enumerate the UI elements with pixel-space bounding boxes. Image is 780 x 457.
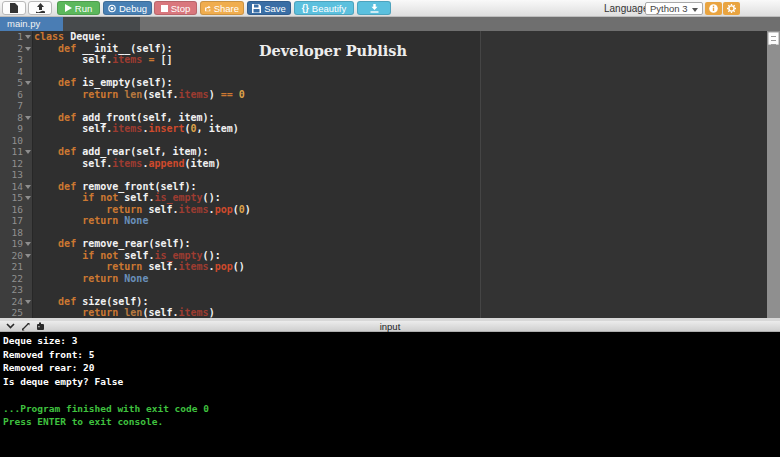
run-button-label: Run <box>75 2 92 15</box>
debug-button-label: Debug <box>119 2 147 15</box>
code-line[interactable]: def size(self): <box>34 296 766 308</box>
stop-button-label: Stop <box>171 2 191 15</box>
code-line[interactable]: return self.items.pop() <box>34 261 766 273</box>
code-line[interactable]: return self.items.pop(0) <box>34 204 766 216</box>
gutter-line-number[interactable]: 11 <box>0 146 32 158</box>
console-line: Is deque empty? False <box>3 375 780 389</box>
fold-arrow-icon[interactable] <box>25 35 31 39</box>
gutter-line-number[interactable]: 25 <box>0 307 32 319</box>
language-select-value: Python 3 <box>650 3 688 14</box>
code-line[interactable] <box>34 100 766 112</box>
gutter-line-number[interactable]: 15 <box>0 192 32 204</box>
code-line[interactable]: return None <box>34 215 766 227</box>
gutter-line-number[interactable]: 17 <box>0 215 32 227</box>
fold-arrow-icon[interactable] <box>25 150 31 154</box>
fold-arrow-icon[interactable] <box>25 47 31 51</box>
fold-arrow-icon[interactable] <box>25 254 31 258</box>
gutter-line-number[interactable]: 13 <box>0 169 32 181</box>
console-line: Deque size: 3 <box>3 334 780 348</box>
gutter-line-number[interactable]: 16 <box>0 204 32 216</box>
stop-button[interactable]: Stop <box>154 1 197 15</box>
code-line[interactable] <box>34 227 766 239</box>
gutter-line-number[interactable]: 7 <box>0 100 32 112</box>
code-line[interactable] <box>34 66 766 78</box>
toolbar: Run Debug Stop Share Save {} Beautify La… <box>0 0 780 17</box>
share-button[interactable]: Share <box>200 1 244 15</box>
language-select[interactable]: Python 3 <box>645 2 703 15</box>
code-line[interactable]: def add_front(self, item): <box>34 112 766 124</box>
gutter-line-number[interactable]: 12 <box>0 158 32 170</box>
fold-arrow-icon[interactable] <box>25 300 31 304</box>
gutter-line-number[interactable]: 4 <box>0 66 32 78</box>
share-button-label: Share <box>214 2 239 15</box>
code-line[interactable]: self.items.insert(0, item) <box>34 123 766 135</box>
run-button[interactable]: Run <box>57 1 100 15</box>
console-line: ...Program finished with exit code 0 <box>3 402 780 416</box>
gutter-line-number[interactable]: 21 <box>0 261 32 273</box>
debug-button[interactable]: Debug <box>103 1 152 15</box>
ide-window: Run Debug Stop Share Save {} Beautify La… <box>0 0 780 457</box>
gutter-line-number[interactable]: 18 <box>0 227 32 239</box>
code-line[interactable]: class Deque: <box>34 31 766 43</box>
console-line <box>3 388 780 402</box>
save-button[interactable]: Save <box>247 1 291 15</box>
gutter-line-number[interactable]: 20 <box>0 250 32 262</box>
gutter-line-number[interactable]: 3 <box>0 54 32 66</box>
code-line[interactable]: def add_rear(self, item): <box>34 146 766 158</box>
editor-scrollbar-thumb[interactable] <box>768 32 779 45</box>
code-line[interactable]: def remove_rear(self): <box>34 238 766 250</box>
console-header: input <box>0 321 780 332</box>
code-line[interactable]: return len(self.items) == 0 <box>34 89 766 101</box>
fold-arrow-icon[interactable] <box>25 242 31 246</box>
tab-bar: main.py <box>0 17 780 31</box>
gutter-line-number[interactable]: 9 <box>0 123 32 135</box>
upload-icon <box>36 3 45 13</box>
info-icon <box>709 4 718 13</box>
code-line[interactable] <box>34 169 766 181</box>
download-icon <box>370 4 379 13</box>
console-output[interactable]: Deque size: 3Removed front: 5Removed rea… <box>0 332 780 457</box>
debug-record-icon <box>108 4 116 13</box>
code-line[interactable]: return len(self.items) <box>34 307 766 318</box>
console-line: Removed front: 5 <box>3 348 780 362</box>
code-line[interactable]: def is_empty(self): <box>34 77 766 89</box>
gutter-line-number[interactable]: 23 <box>0 284 32 296</box>
editor-gutter[interactable]: 1234567891011121314151617181920212223242… <box>0 31 33 318</box>
fold-arrow-icon[interactable] <box>25 116 31 120</box>
fold-arrow-icon[interactable] <box>25 196 31 200</box>
gutter-line-number[interactable]: 6 <box>0 89 32 101</box>
code-line[interactable]: if not self.is_empty(): <box>34 192 766 204</box>
gutter-line-number[interactable]: 14 <box>0 181 32 193</box>
new-file-icon <box>10 3 18 13</box>
fold-arrow-icon[interactable] <box>25 81 31 85</box>
gutter-line-number[interactable]: 24 <box>0 296 32 308</box>
upload-button[interactable] <box>28 1 52 15</box>
fold-arrow-icon[interactable] <box>25 185 31 189</box>
code-line[interactable]: def remove_front(self): <box>34 181 766 193</box>
braces-icon: {} <box>302 2 309 15</box>
beautify-button[interactable]: {} Beautify <box>294 1 354 15</box>
gutter-line-number[interactable]: 2 <box>0 43 32 55</box>
gutter-line-number[interactable]: 19 <box>0 238 32 250</box>
gutter-line-number[interactable]: 5 <box>0 77 32 89</box>
tab-main-py[interactable]: main.py <box>0 17 63 31</box>
editor-scrollbar-track[interactable] <box>767 31 780 318</box>
code-line[interactable]: if not self.is_empty(): <box>34 250 766 262</box>
info-button[interactable] <box>705 2 722 15</box>
code-line[interactable]: self.items.append(item) <box>34 158 766 170</box>
code-line[interactable] <box>34 284 766 296</box>
code-editor[interactable]: 1234567891011121314151617181920212223242… <box>0 31 780 318</box>
gutter-line-number[interactable]: 1 <box>0 31 32 43</box>
new-file-button[interactable] <box>2 1 26 15</box>
code-line[interactable]: return None <box>34 273 766 285</box>
settings-button[interactable] <box>723 2 740 15</box>
gutter-line-number[interactable]: 10 <box>0 135 32 147</box>
gutter-line-number[interactable]: 8 <box>0 112 32 124</box>
code-line[interactable] <box>34 135 766 147</box>
share-icon <box>205 4 211 13</box>
console-input-label: input <box>0 321 780 332</box>
gutter-line-number[interactable]: 22 <box>0 273 32 285</box>
download-button[interactable] <box>357 1 391 15</box>
code-lines[interactable]: class Deque: def __init__(self): self.it… <box>34 31 766 318</box>
select-caret-icon <box>692 8 698 12</box>
